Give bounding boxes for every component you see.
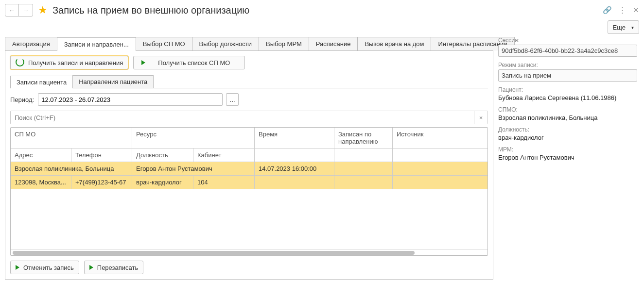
col-time-empty [255,149,334,162]
cell-spmo: Взрослая поликлиника, Больница [11,162,132,176]
tab-position[interactable]: Выбор должности [192,37,259,50]
period-picker-button[interactable]: ... [226,93,239,106]
reload-icon [16,58,24,68]
more-button[interactable]: Еще ▾ [608,20,639,34]
session-field[interactable]: 90df5bd8-62f6-40b0-bb22-3a4a2c9c3ce8 [498,45,637,57]
period-input[interactable] [38,93,223,106]
col-position[interactable]: Должность [132,149,193,162]
horizontal-scrollbar[interactable] [11,249,487,255]
col-phone[interactable]: Телефон [71,149,132,162]
nav-buttons[interactable]: ← → [5,4,33,17]
sidebar: Сессия: 90df5bd8-62f6-40b0-bb22-3a4a2c9c… [498,37,639,166]
cell-addr: 123098, Москва... [11,176,71,189]
page-title: Запись на прием во внешнюю организацию [52,5,249,16]
mrm-value: Егоров Антон Рустамович [498,154,637,161]
get-spmo-label: Получить список СП МО [158,59,230,66]
cell-time: 14.07.2023 16:00:00 [255,162,334,176]
col-referral[interactable]: Записан по направлению [334,128,393,149]
patient-label: Пациент: [498,86,637,93]
cell-position: врач-кардиолог [132,176,193,189]
col-source[interactable]: Источник [393,128,487,149]
search-clear-button[interactable]: × [474,111,488,124]
col-cabinet[interactable]: Кабинет [193,149,255,162]
tab-spmo[interactable]: Выбор СП МО [136,37,192,50]
rebook-button[interactable]: Перезаписать [84,261,143,274]
main-tabs: Авторизация Записи и направлен... Выбор … [5,37,493,51]
cell-src [393,162,487,176]
spmo-value: Взрослая поликлиника, Больница [498,114,637,121]
cell-resource: Егоров Антон Рустамович [132,162,255,176]
cancel-label: Отменить запись [23,264,74,271]
session-label: Сессия: [498,37,637,44]
back-icon[interactable]: ← [5,4,19,16]
table-row: Взрослая поликлиника, Больница Егоров Ан… [11,162,487,176]
cancel-record-button[interactable]: Отменить запись [10,261,79,274]
search-input[interactable] [10,111,474,124]
table-row: 123098, Москва... +7(499)123-45-67 врач-… [11,176,487,189]
cell-ref [334,162,393,176]
menu-icon[interactable]: ⋮ [619,6,626,15]
link-icon[interactable]: 🔗 [603,6,612,15]
tab-schedule[interactable]: Расписание [309,37,358,50]
period-label: Период: [10,96,34,103]
tab-mrm[interactable]: Выбор МРМ [259,37,309,50]
star-icon[interactable]: ★ [38,4,48,17]
mrm-label: МРМ: [498,146,637,153]
subtab-records[interactable]: Записи пациента [10,76,73,88]
records-table: СП МО Ресурс Время Записан по направлени… [10,127,488,256]
cell-cabinet: 104 [193,176,255,189]
col-spmo[interactable]: СП МО [11,128,132,149]
close-icon[interactable]: ✕ [633,6,639,15]
col-ref-empty [334,149,393,162]
table-body[interactable]: Взрослая поликлиника, Больница Егоров Ан… [11,162,487,249]
tab-housecall[interactable]: Вызов врача на дом [357,37,431,50]
col-resource[interactable]: Ресурс [132,128,255,149]
play-icon [16,265,19,270]
mode-field[interactable]: Запись на прием [498,69,637,82]
rebook-label: Перезаписать [97,264,138,271]
subtab-referrals[interactable]: Направления пациента [72,75,154,88]
spmo-label: СПМО: [498,106,637,113]
tab-records[interactable]: Записи и направлен... [57,37,136,51]
chevron-down-icon: ▾ [631,25,634,30]
cell-empty [334,176,393,189]
mode-label: Режим записи: [498,62,637,68]
play-icon [141,60,145,65]
position-label: Должность: [498,126,637,133]
patient-value: Бубнова Лариса Сергеевна (11.06.1986) [498,94,637,101]
get-records-label: Получить записи и направления [28,59,123,66]
cell-phone: +7(499)123-45-67 [71,176,132,189]
tab-auth[interactable]: Авторизация [5,37,57,50]
more-label: Еще [613,24,626,31]
cell-empty [255,176,334,189]
forward-icon[interactable]: → [19,4,33,16]
sub-tabs: Записи пациента Направления пациента [10,75,488,88]
position-value: врач-кардиолог [498,134,637,141]
play-icon [89,265,93,270]
get-records-button[interactable]: Получить записи и направления [10,56,128,69]
cell-empty [393,176,487,189]
col-address[interactable]: Адрес [11,149,71,162]
col-time[interactable]: Время [255,128,334,149]
col-src-empty [393,149,487,162]
get-spmo-button[interactable]: Получить список СП МО [133,56,245,69]
